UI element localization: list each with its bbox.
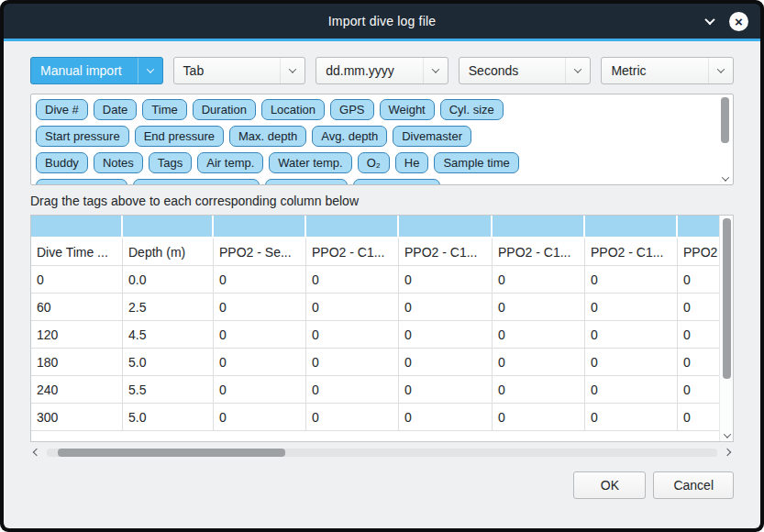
- close-button[interactable]: ×: [729, 12, 748, 31]
- column-tag[interactable]: Tags: [149, 152, 192, 173]
- table-cell: 0: [214, 349, 306, 376]
- column-tag[interactable]: O₂: [358, 152, 390, 173]
- table-row: 602.5000000: [31, 294, 719, 321]
- column-tag[interactable]: Notes: [94, 152, 143, 173]
- column-tag[interactable]: Sample pO₂: [265, 179, 348, 185]
- field-separator-value: Tab: [174, 63, 281, 78]
- table-cell: 0: [214, 376, 306, 404]
- tag-pool-rows: Dive #DateTimeDurationLocationGPSWeightC…: [36, 99, 713, 185]
- column-tag[interactable]: Date: [94, 99, 137, 120]
- scroll-down-arrow-icon[interactable]: [720, 433, 734, 438]
- column-tag[interactable]: Sample time: [434, 152, 518, 173]
- drop-target-cell[interactable]: [306, 216, 399, 238]
- import-options-row: Manual import Tab dd.mm.yyyy Seconds Met…: [30, 57, 734, 84]
- tag-row: Start pressureEnd pressureMax. depthAvg.…: [36, 126, 713, 147]
- drop-target-cell[interactable]: [214, 216, 306, 238]
- scroll-right-arrow-icon[interactable]: [721, 449, 734, 455]
- column-tag[interactable]: Air temp.: [197, 152, 263, 173]
- table-cell: 0: [493, 404, 585, 431]
- column-tag[interactable]: Sample depth: [36, 179, 127, 185]
- column-tag[interactable]: Sample CNS: [353, 179, 440, 185]
- column-tag[interactable]: Start pressure: [36, 126, 129, 147]
- column-tag[interactable]: Water temp.: [269, 152, 351, 173]
- table-cell: 0: [399, 404, 493, 431]
- drop-target-cell[interactable]: [399, 216, 493, 238]
- table-viewport: Dive Time ...Depth (m)PPO2 - Se...PPO2 -…: [31, 216, 719, 441]
- column-tag[interactable]: Cyl. size: [440, 99, 504, 120]
- data-table: Dive Time ...Depth (m)PPO2 - Se...PPO2 -…: [31, 216, 719, 431]
- tag-pool: Dive #DateTimeDurationLocationGPSWeightC…: [30, 94, 734, 185]
- scroll-left-arrow-icon[interactable]: [30, 449, 43, 455]
- column-header: PPO2 - C1...: [585, 238, 678, 266]
- drop-target-cell[interactable]: [123, 216, 214, 238]
- tag-pool-scrollbar[interactable]: [718, 94, 733, 184]
- ok-button[interactable]: OK: [573, 471, 646, 499]
- chevron-down-icon: [138, 58, 162, 83]
- column-tag[interactable]: Sample temperature: [133, 179, 260, 185]
- table-cell: 0: [399, 266, 493, 294]
- column-tag[interactable]: Max. depth: [229, 126, 306, 147]
- import-source-value: Manual import: [31, 63, 138, 78]
- column-header: Depth (m): [123, 238, 214, 266]
- chevron-down-icon: [708, 58, 733, 83]
- table-scrollbar-handle[interactable]: [723, 218, 731, 379]
- titlebar[interactable]: Import dive log file ×: [4, 4, 760, 39]
- drop-target-cell[interactable]: [31, 216, 123, 238]
- units-select[interactable]: Metric: [601, 57, 734, 84]
- cancel-button[interactable]: Cancel: [653, 471, 734, 499]
- table-row: 1805.0000000: [31, 349, 719, 376]
- table-cell: 240: [31, 376, 123, 404]
- table-cell: 0: [399, 376, 493, 404]
- tag-pool-scrollbar-handle[interactable]: [721, 97, 729, 143]
- field-separator-select[interactable]: Tab: [173, 57, 306, 84]
- table-cell: 0: [585, 404, 678, 431]
- table-cell: 0: [678, 404, 719, 431]
- column-tag[interactable]: Dive #: [36, 99, 88, 120]
- titlebar-menu-chevron-icon[interactable]: [706, 17, 714, 25]
- table-cell: 0: [399, 349, 493, 376]
- column-tag[interactable]: End pressure: [135, 126, 224, 147]
- table-cell: 0: [306, 294, 399, 321]
- chevron-down-icon: [565, 58, 590, 83]
- table-cell: 0: [493, 321, 585, 349]
- table-cell: 0: [214, 266, 306, 294]
- table-cell: 0: [585, 266, 678, 294]
- table-cell: 4.5: [123, 321, 214, 349]
- drop-target-cell[interactable]: [585, 216, 678, 238]
- window-title: Import dive log file: [328, 14, 437, 28]
- drop-target-cell[interactable]: [678, 216, 719, 238]
- drop-target-cell[interactable]: [493, 216, 585, 238]
- table-cell: 0: [31, 266, 123, 294]
- table-cell: 0: [493, 376, 585, 404]
- tag-row: BuddyNotesTagsAir temp.Water temp.O₂HeSa…: [36, 152, 713, 173]
- table-horizontal-scrollbar[interactable]: [30, 445, 734, 460]
- table-cell: 0: [306, 266, 399, 294]
- table-cell: 2.5: [123, 294, 214, 321]
- table-cell: 0: [306, 349, 399, 376]
- table-vertical-scrollbar[interactable]: [719, 216, 733, 441]
- duration-format-select[interactable]: Seconds: [459, 57, 592, 84]
- column-tag[interactable]: Weight: [380, 99, 435, 120]
- import-source-select[interactable]: Manual import: [30, 57, 163, 84]
- table-cell: 5.5: [123, 376, 214, 404]
- column-tag[interactable]: Divemaster: [393, 126, 471, 147]
- table-cell: 5.0: [123, 349, 214, 376]
- table-cell: 0: [585, 294, 678, 321]
- titlebar-controls: ×: [706, 4, 748, 39]
- table-cell: 120: [31, 321, 123, 349]
- column-tag[interactable]: Location: [261, 99, 325, 120]
- column-tag[interactable]: Buddy: [36, 152, 88, 173]
- scroll-down-arrow-icon[interactable]: [718, 176, 733, 182]
- column-tag[interactable]: He: [395, 152, 429, 173]
- table-cell: 0: [678, 349, 719, 376]
- horizontal-scrollbar-handle[interactable]: [58, 449, 285, 457]
- table-cell: 0: [493, 266, 585, 294]
- table-cell: 0: [493, 349, 585, 376]
- horizontal-scrollbar-track[interactable]: [47, 449, 717, 457]
- column-tag[interactable]: Time: [142, 99, 186, 120]
- column-header: PPO2 - Se...: [214, 238, 306, 266]
- column-tag[interactable]: GPS: [330, 99, 373, 120]
- date-format-select[interactable]: dd.mm.yyyy: [316, 57, 448, 84]
- column-tag[interactable]: Duration: [193, 99, 256, 120]
- column-tag[interactable]: Avg. depth: [312, 126, 387, 147]
